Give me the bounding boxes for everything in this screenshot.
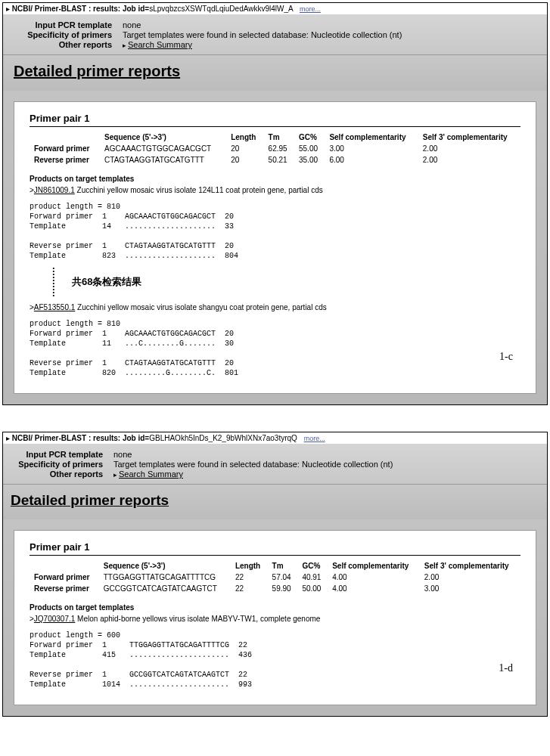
col-length: Length — [231, 560, 268, 572]
forward-seq: AGCAAACTGTGGCAGACGCT — [100, 143, 226, 154]
specificity-label: Specificity of primers — [14, 30, 112, 39]
results-count-text: 共68条检索结果 — [72, 275, 141, 289]
col-length: Length — [226, 132, 263, 143]
target-template-2: >AF513550.1 Zucchini yellow mosaic virus… — [30, 303, 520, 311]
section-title: Detailed primer reports — [3, 485, 547, 519]
job-id: sLpvqbzcsXSWTqdLqiuDedAwkkv9l4lW_A — [149, 5, 293, 13]
forward-primer-row: Forward primer TTGGAGGTTATGCAGATTTTCG 22… — [30, 572, 520, 583]
col-tm: Tm — [264, 132, 294, 143]
reverse-len: 22 — [231, 583, 268, 594]
reverse-tm: 59.90 — [268, 583, 298, 594]
forward-seq: TTGGAGGTTATGCAGATTTTCG — [99, 572, 231, 583]
forward-label: Forward primer — [30, 143, 100, 154]
reverse-self3: 2.00 — [418, 154, 520, 166]
col-gc: GC% — [294, 132, 325, 143]
breadcrumb-label: NCBI/ Primer-BLAST : results: Job id= — [12, 5, 149, 13]
primer-pair-title: Primer pair 1 — [30, 541, 520, 556]
other-reports-label: Other reports — [14, 469, 103, 479]
accession-link[interactable]: AF513550.1 — [34, 303, 76, 311]
content-area: Primer pair 1 Sequence (5'->3') Length T… — [3, 91, 547, 404]
triangle-icon: ▸ — [113, 471, 117, 479]
alignment-block-2: product length = 810 Forward primer 1 AG… — [30, 319, 520, 378]
forward-gc: 40.91 — [297, 572, 328, 583]
forward-primer-row: Forward primer AGCAAACTGTGGCAGACGCT 20 6… — [30, 143, 520, 154]
job-id: GBLHAOkh5InDs_K2_9bWhlXNx7ao3tyrqQ — [149, 434, 297, 442]
panel-1d: ▸ NCBI/ Primer-BLAST : results: Job id=G… — [2, 432, 548, 717]
input-template-label: Input PCR template — [14, 20, 112, 29]
products-title: Products on target templates — [30, 175, 520, 183]
section-title: Detailed primer reports — [3, 55, 547, 91]
reverse-len: 20 — [226, 154, 263, 166]
input-template-value: none — [123, 20, 141, 29]
col-self: Self complementarity — [325, 132, 418, 143]
breadcrumb: ▸ NCBI/ Primer-BLAST : results: Job id=s… — [3, 3, 547, 14]
content-area: Primer pair 1 Sequence (5'->3') Length T… — [3, 519, 547, 716]
col-gc: GC% — [297, 560, 328, 572]
target-desc: Zucchini yellow mosaic virus isolate sha… — [75, 303, 326, 311]
forward-len: 20 — [226, 143, 263, 154]
specificity-label: Specificity of primers — [14, 460, 103, 469]
reverse-primer-row: Reverse primer CTAGTAAGGTATGCATGTTT 20 5… — [30, 154, 520, 166]
col-self3: Self 3' complementarity — [420, 560, 520, 572]
target-desc: Zucchini yellow mosaic virus isolate 124… — [75, 186, 323, 194]
table-header-row: Sequence (5'->3') Length Tm GC% Self com… — [30, 560, 520, 572]
forward-self3: 2.00 — [418, 143, 520, 154]
reverse-tm: 50.21 — [264, 154, 294, 166]
more-link[interactable]: more... — [300, 5, 321, 13]
specificity-value: Target templates were found in selected … — [113, 460, 393, 469]
reverse-self: 6.00 — [325, 154, 418, 166]
col-sequence: Sequence (5'->3') — [99, 560, 231, 572]
col-self: Self complementarity — [328, 560, 420, 572]
col-self3: Self 3' complementarity — [418, 132, 520, 143]
specificity-value: Target templates were found in selected … — [123, 30, 402, 39]
reverse-seq: GCCGGTCATCAGTATCAAGTCT — [99, 583, 231, 594]
input-template-value: none — [113, 450, 132, 459]
figure-label: 1-c — [499, 351, 513, 363]
forward-self3: 2.00 — [420, 572, 520, 583]
target-desc: Melon aphid-borne yellows virus isolate … — [75, 615, 320, 623]
results-divider: · ·· ·· ·· ·· · 共68条检索结果 — [30, 261, 520, 303]
reverse-seq: CTAGTAAGGTATGCATGTTT — [100, 154, 226, 166]
primer-pair-title: Primer pair 1 — [30, 113, 520, 127]
table-header-row: Sequence (5'->3') Length Tm GC% Self com… — [30, 132, 520, 143]
reverse-self3: 3.00 — [420, 583, 520, 594]
reverse-gc: 35.00 — [294, 154, 325, 166]
forward-tm: 57.04 — [268, 572, 298, 583]
col-sequence: Sequence (5'->3') — [100, 132, 226, 143]
alignment-block-1: product length = 600 Forward primer 1 TT… — [30, 631, 520, 689]
target-template-1: >JN861009.1 Zucchini yellow mosaic virus… — [30, 186, 520, 194]
input-template-label: Input PCR template — [14, 450, 103, 459]
breadcrumb-label: NCBI/ Primer-BLAST : results: Job id= — [12, 434, 149, 442]
alignment-block-1: product length = 810 Forward primer 1 AG… — [30, 202, 520, 261]
products-title: Products on target templates — [30, 603, 520, 612]
reverse-self: 4.00 — [328, 583, 420, 594]
info-band: Input PCR template none Specificity of p… — [3, 444, 547, 485]
reverse-gc: 50.00 — [297, 583, 328, 594]
reverse-label: Reverse primer — [30, 583, 99, 594]
vertical-dots-icon: · ·· ·· ·· ·· · — [52, 267, 60, 297]
reverse-primer-row: Reverse primer GCCGGTCATCAGTATCAAGTCT 22… — [30, 583, 520, 594]
forward-len: 22 — [231, 572, 268, 583]
reverse-label: Reverse primer — [30, 154, 100, 166]
panel-1c: ▸ NCBI/ Primer-BLAST : results: Job id=s… — [2, 2, 548, 405]
forward-self: 4.00 — [328, 572, 420, 583]
forward-tm: 62.95 — [264, 143, 294, 154]
forward-self: 3.00 — [325, 143, 418, 154]
primer-pair-box: Primer pair 1 Sequence (5'->3') Length T… — [14, 530, 536, 705]
breadcrumb: ▸ NCBI/ Primer-BLAST : results: Job id=G… — [3, 432, 547, 444]
other-reports-label: Other reports — [14, 40, 112, 49]
forward-gc: 55.00 — [294, 143, 325, 154]
search-summary-link[interactable]: Search Summary — [128, 40, 192, 49]
accession-link[interactable]: JN861009.1 — [34, 186, 75, 194]
primer-table: Sequence (5'->3') Length Tm GC% Self com… — [30, 132, 520, 166]
search-summary-link[interactable]: Search Summary — [119, 469, 183, 479]
info-band: Input PCR template none Specificity of p… — [3, 14, 547, 55]
primer-table: Sequence (5'->3') Length Tm GC% Self com… — [30, 560, 520, 594]
figure-label: 1-d — [499, 662, 513, 674]
more-link[interactable]: more... — [304, 435, 325, 442]
col-tm: Tm — [268, 560, 298, 572]
accession-link[interactable]: JQ700307.1 — [34, 615, 76, 623]
primer-pair-box: Primer pair 1 Sequence (5'->3') Length T… — [14, 101, 536, 394]
target-template-1: >JQ700307.1 Melon aphid-borne yellows vi… — [30, 615, 520, 623]
forward-label: Forward primer — [30, 572, 99, 583]
